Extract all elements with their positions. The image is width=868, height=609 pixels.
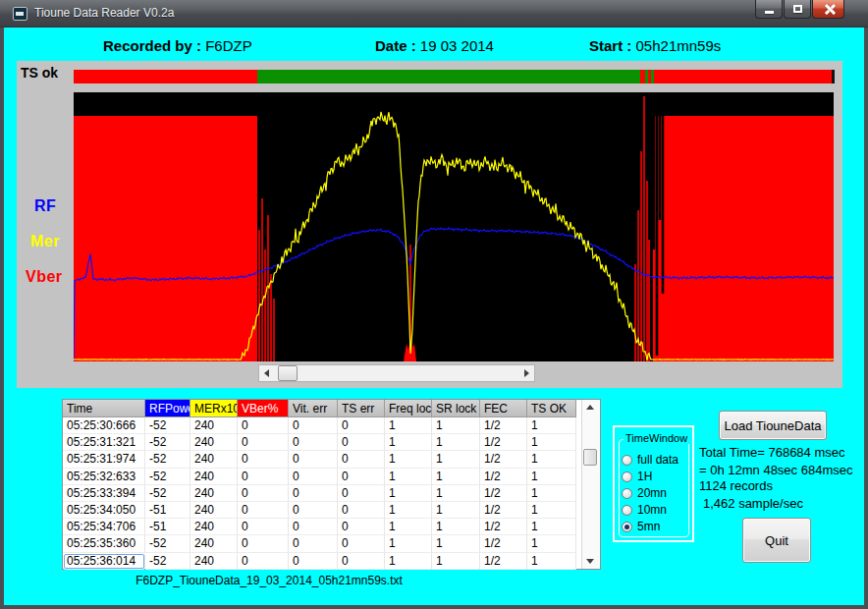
table-cell[interactable]: 0	[289, 519, 338, 535]
quit-button[interactable]: Quit	[742, 518, 811, 563]
table-cell[interactable]: 05:25:31:974	[63, 451, 145, 468]
table-cell[interactable]: 1/2	[480, 451, 527, 468]
table-cell[interactable]: 1	[432, 535, 480, 552]
radio-option-5mn[interactable]: 5mn	[622, 520, 660, 533]
table-cell[interactable]: -52	[145, 451, 190, 468]
table-cell[interactable]: 1	[385, 469, 432, 485]
table-cell[interactable]: 0	[338, 519, 385, 535]
table-cell[interactable]: 1	[385, 451, 432, 468]
v-scroll-thumb[interactable]	[583, 449, 597, 466]
table-cell[interactable]: 1	[527, 535, 576, 552]
table-cell[interactable]: 1/2	[480, 553, 527, 570]
table-cell[interactable]: 0	[289, 417, 338, 434]
table-cell[interactable]: 240	[190, 434, 238, 451]
scroll-down-button[interactable]	[582, 553, 599, 569]
radio-option-full-data[interactable]: full data	[622, 453, 678, 467]
table-cell[interactable]: -52	[145, 485, 190, 502]
table-row[interactable]: 05:25:31:974-52240000111/21	[63, 451, 576, 468]
table-cell[interactable]: 05:25:35:360	[63, 535, 145, 552]
table-cell[interactable]: 05:25:32:633	[63, 469, 145, 485]
table-cell[interactable]: -52	[145, 553, 190, 570]
table-row[interactable]: 05:25:33:394-52240000111/21	[63, 485, 576, 502]
table-cell[interactable]: 1/2	[480, 434, 527, 451]
data-table[interactable]: TimeRFPowerMERx10VBer%Vit. errTS errFreq…	[62, 399, 601, 570]
table-row[interactable]: 05:25:30:666-52240000111/21	[63, 417, 576, 434]
maximize-button[interactable]	[784, 0, 811, 19]
radio-icon[interactable]	[622, 505, 632, 516]
table-cell[interactable]: 0	[289, 502, 338, 519]
table-cell[interactable]: 05:25:30:666	[63, 417, 145, 434]
table-cell[interactable]: -52	[145, 535, 190, 552]
table-cell[interactable]: 1	[432, 502, 480, 519]
table-v-scrollbar[interactable]	[581, 400, 599, 569]
table-cell[interactable]: 0	[238, 434, 289, 451]
table-cell[interactable]: 240	[190, 451, 238, 468]
table-cell[interactable]: 05:25:33:394	[63, 485, 145, 502]
column-header-vit-err[interactable]: Vit. err	[289, 400, 338, 417]
table-cell[interactable]: 0	[338, 469, 385, 485]
table-cell[interactable]: 0	[289, 535, 338, 552]
table-cell[interactable]: 1	[527, 434, 576, 451]
table-cell[interactable]: 05:25:34:706	[63, 519, 145, 535]
chart-h-scrollbar[interactable]	[258, 364, 535, 382]
table-cell[interactable]: 0	[238, 502, 289, 519]
table-cell[interactable]: 05:25:31:321	[63, 434, 145, 451]
table-row[interactable]: 05:25:31:321-52240000111/21	[63, 434, 576, 451]
table-cell[interactable]: 1	[385, 535, 432, 552]
table-cell[interactable]: 240	[190, 553, 238, 570]
table-cell[interactable]: 240	[190, 469, 238, 485]
column-header-rfpower[interactable]: RFPower	[145, 400, 190, 417]
table-cell[interactable]: 0	[338, 434, 385, 451]
table-cell[interactable]: 1	[432, 451, 480, 468]
table-cell[interactable]: 1	[385, 553, 432, 570]
column-header-sr-lock[interactable]: SR lock	[432, 400, 480, 417]
table-cell[interactable]: 0	[338, 535, 385, 552]
table-cell[interactable]: -52	[145, 469, 190, 485]
table-cell[interactable]: 1/2	[480, 485, 527, 502]
minimize-button[interactable]	[755, 0, 783, 19]
table-cell[interactable]: 0	[238, 469, 289, 485]
column-header-ts-ok[interactable]: TS OK	[527, 400, 576, 417]
table-row[interactable]: 05:25:34:706-51240000111/21	[63, 519, 576, 535]
table-cell[interactable]: 0	[289, 485, 338, 502]
column-header-vber-[interactable]: VBer%	[238, 400, 289, 417]
table-row[interactable]: 05:25:35:360-52240000111/21	[63, 535, 576, 552]
table-cell[interactable]: 1	[385, 502, 432, 519]
load-tiounedata-button[interactable]: Load TiouneData	[719, 411, 827, 440]
table-cell[interactable]: 0	[238, 451, 289, 468]
table-cell[interactable]: 05:25:36:014	[63, 553, 145, 570]
table-cell[interactable]: 1	[527, 417, 576, 434]
radio-icon[interactable]	[622, 455, 632, 466]
table-cell[interactable]: 1/2	[480, 417, 527, 434]
table-cell[interactable]: 05:25:34:050	[63, 502, 145, 519]
table-cell[interactable]: 1	[432, 417, 480, 434]
table-cell[interactable]: 1/2	[480, 502, 527, 519]
table-cell[interactable]: 0	[238, 417, 289, 434]
table-cell[interactable]: 1/2	[480, 535, 527, 552]
table-cell[interactable]: 1	[432, 553, 480, 570]
table-row[interactable]: 05:25:34:050-51240000111/21	[63, 502, 576, 519]
table-cell[interactable]: 0	[289, 434, 338, 451]
table-cell[interactable]: 1	[385, 417, 432, 434]
table-cell[interactable]: 1	[527, 553, 576, 570]
table-cell[interactable]: 1	[527, 485, 576, 502]
table-cell[interactable]: 1	[432, 519, 480, 535]
column-header-freq-lock[interactable]: Freq lock	[385, 400, 432, 417]
h-scroll-thumb[interactable]	[278, 365, 298, 381]
table-cell[interactable]: 240	[190, 502, 238, 519]
column-header-ts-err[interactable]: TS err	[338, 400, 385, 417]
table-cell[interactable]: 0	[338, 451, 385, 468]
table-cell[interactable]: 1/2	[480, 519, 527, 535]
radio-selected-icon[interactable]	[622, 522, 632, 532]
column-header-time[interactable]: Time	[63, 400, 145, 417]
column-header-merx10[interactable]: MERx10	[190, 400, 238, 417]
table-cell[interactable]: 1	[527, 502, 576, 519]
table-cell[interactable]: 1	[385, 434, 432, 451]
radio-icon[interactable]	[622, 488, 632, 499]
table-cell[interactable]: 240	[190, 417, 238, 434]
table-cell[interactable]: 0	[338, 553, 385, 570]
scroll-right-button[interactable]	[518, 365, 534, 381]
radio-option-20mn[interactable]: 20mn	[622, 486, 667, 500]
radio-option-1H[interactable]: 1H	[622, 470, 652, 483]
table-cell[interactable]: 1	[432, 434, 480, 451]
